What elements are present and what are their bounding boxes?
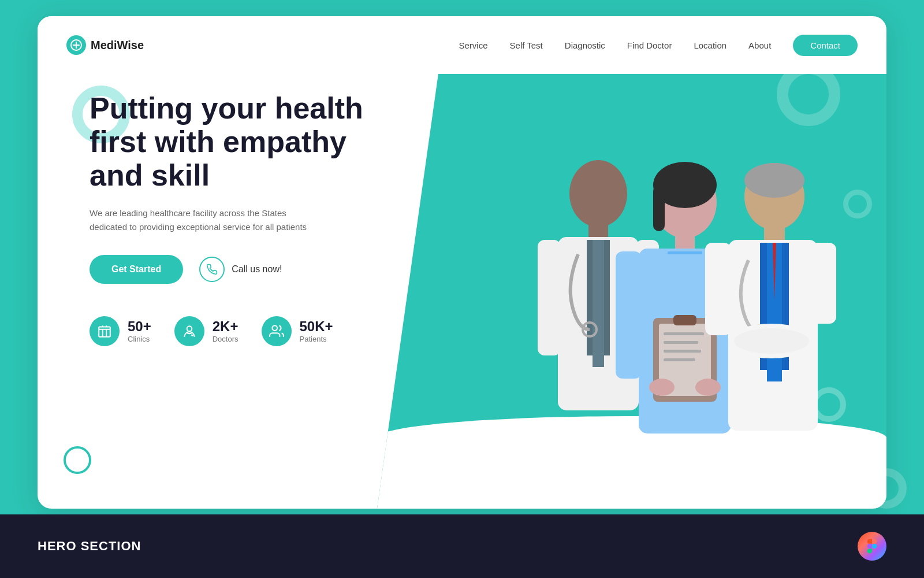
outer-background: MediWise Service Self Test Diagnostic Fi… (0, 0, 924, 578)
svg-point-38 (187, 326, 192, 331)
doctor-icon (174, 316, 204, 346)
main-card: MediWise Service Self Test Diagnostic Fi… (38, 16, 886, 509)
section-label: HERO SECTION (38, 539, 141, 554)
patient-icon (262, 316, 292, 346)
nav-links: Service Self Test Diagnostic Find Doctor… (459, 35, 858, 56)
phone-icon (199, 257, 225, 282)
nav-about[interactable]: About (748, 40, 771, 50)
nav-location[interactable]: Location (694, 40, 726, 50)
hero-subtitle: We are leading healthcare facility acros… (90, 206, 309, 234)
stats-row: 50+ Clinics (90, 316, 367, 346)
svg-rect-23 (664, 358, 695, 361)
patients-label: Patients (300, 335, 333, 343)
doctors-label: Doctors (213, 335, 239, 343)
logo-text: MediWise (91, 39, 144, 52)
hero-buttons: Get Started Call us now! (90, 255, 367, 284)
figma-icon (858, 532, 886, 561)
svg-rect-34 (810, 243, 836, 324)
svg-rect-33 (705, 243, 731, 335)
patients-number: 50K+ (300, 318, 333, 335)
svg-rect-5 (593, 240, 604, 367)
svg-rect-19 (673, 315, 696, 325)
doctors-number: 2K+ (213, 318, 239, 335)
nav-diagnostic[interactable]: Diagnostic (565, 40, 605, 50)
svg-rect-21 (664, 341, 698, 344)
hero-left-circle-bottom (64, 446, 91, 474)
svg-rect-20 (664, 332, 704, 335)
svg-rect-14 (668, 251, 702, 254)
nav-self-test[interactable]: Self Test (510, 40, 543, 50)
nav-service[interactable]: Service (459, 40, 488, 50)
svg-point-27 (744, 163, 804, 198)
nav-find-doctor[interactable]: Find Doctor (627, 40, 672, 50)
stat-doctors: 2K+ Doctors (174, 316, 239, 346)
hero-title: Putting your health first with empathy a… (90, 91, 367, 192)
logo[interactable]: MediWise (66, 35, 144, 55)
svg-point-24 (649, 379, 675, 396)
call-label: Call us now! (232, 264, 282, 275)
nav-contact-button[interactable]: Contact (793, 35, 858, 56)
doctors-illustration (515, 139, 850, 462)
svg-rect-11 (653, 185, 665, 231)
navbar: MediWise Service Self Test Diagnostic Fi… (38, 16, 886, 74)
hero-content: Putting your health first with empathy a… (90, 91, 367, 346)
svg-point-25 (695, 379, 721, 396)
stat-patients: 50K+ Patients (262, 316, 333, 346)
get-started-button[interactable]: Get Started (90, 255, 183, 284)
svg-rect-22 (664, 350, 701, 353)
logo-icon (66, 35, 86, 55)
stat-clinics: 50+ Clinics (90, 316, 151, 346)
call-button[interactable]: Call us now! (199, 257, 282, 282)
clinics-label: Clinics (128, 335, 151, 343)
svg-point-1 (569, 160, 627, 227)
clinics-number: 50+ (128, 318, 151, 335)
svg-rect-7 (538, 240, 561, 355)
svg-point-36 (734, 328, 809, 354)
svg-rect-15 (616, 251, 642, 379)
clinic-icon (90, 316, 120, 346)
bottom-bar: HERO SECTION (0, 514, 924, 578)
svg-point-39 (272, 325, 277, 331)
